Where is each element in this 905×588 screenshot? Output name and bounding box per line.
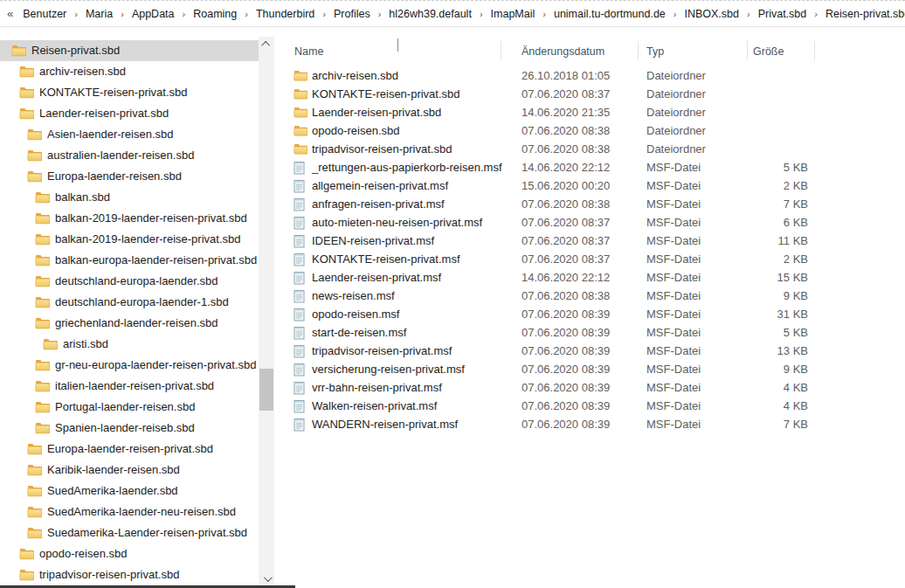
file-row[interactable]: allgemein-reisen-privat.msf15.06.2020 00…: [288, 176, 905, 195]
file-row[interactable]: start-de-reisen.msf07.06.2020 08:39MSF-D…: [288, 323, 905, 342]
file-row[interactable]: opodo-reisen.msf07.06.2020 08:39MSF-Date…: [288, 305, 905, 323]
tree-item[interactable]: tripadvisor-reisen-privat.sbd: [0, 564, 259, 585]
file-row[interactable]: Laender-reisen-privat.msf14.06.2020 22:1…: [288, 268, 905, 287]
breadcrumb-item[interactable]: Maria: [81, 5, 117, 23]
tree-item[interactable]: balkan.sbd: [0, 187, 259, 208]
file-row[interactable]: _rettungen-aus-papierkorb-reisen.msf14.0…: [288, 158, 905, 176]
tree-item[interactable]: balkan-2019-laender-reise-privat.sbd: [0, 229, 259, 250]
file-name: _rettungen-aus-papierkorb-reisen.msf: [312, 158, 502, 176]
file-row[interactable]: KONTAKTE-reisen-privat.sbd07.06.2020 08:…: [288, 85, 905, 103]
breadcrumb-item[interactable]: Benutzer: [18, 5, 71, 23]
tree-item-label: Europa-laender-reisen-privat.sbd: [47, 439, 213, 460]
file-row[interactable]: archiv-reisen.sbd26.10.2018 01:05Dateior…: [288, 66, 905, 85]
breadcrumb-separator-icon: ›: [743, 9, 754, 19]
column-header-size[interactable]: Größe: [753, 45, 784, 58]
tree-item[interactable]: Suedamerika-Laender-reisen-privat.sbd: [0, 522, 259, 543]
breadcrumb-item[interactable]: hl26wh39.default: [384, 5, 476, 23]
column-header-date[interactable]: Änderungsdatum: [522, 45, 604, 58]
sort-ascending-icon: [397, 39, 404, 46]
explorer-window: « Benutzer›Maria›AppData›Roaming›Thunder…: [0, 0, 905, 588]
tree-item[interactable]: archiv-reisen.sbd: [0, 61, 259, 82]
breadcrumb-item[interactable]: Thunderbird: [252, 5, 319, 23]
tree-item[interactable]: KONTAKTE-reisen-privat.sbd: [0, 82, 259, 103]
chevron-down-icon: [263, 573, 272, 582]
tree-item-label: italien-laender-reisen-privat.sbd: [55, 376, 214, 397]
file-row[interactable]: vrr-bahn-reisen-privat.msf07.06.2020 08:…: [288, 378, 905, 397]
breadcrumb-item[interactable]: AppData: [128, 5, 179, 23]
file-type: MSF-Datei: [646, 378, 701, 397]
file-row[interactable]: IDEEN-reisen-privat.msf07.06.2020 08:37M…: [288, 232, 905, 250]
column-divider[interactable]: [638, 41, 639, 60]
column-divider[interactable]: [501, 41, 501, 60]
tree-item[interactable]: griechenland-laender-reisen.sbd: [0, 313, 259, 334]
file-name: allgemein-reisen-privat.msf: [312, 176, 448, 195]
tree-item[interactable]: Reisen-privat.sbd: [0, 40, 259, 61]
file-name: tripadvisor-reisen-privat.sbd: [312, 140, 452, 158]
tree-scrollbar[interactable]: [259, 37, 274, 588]
breadcrumb-separator-icon: ›: [179, 9, 190, 19]
tree-item[interactable]: Laender-reisen-privat.sbd: [0, 103, 259, 124]
tree-item[interactable]: Portugal-laender-reisen.sbd: [0, 397, 259, 418]
file-row[interactable]: Laender-reisen-privat.sbd14.06.2020 21:3…: [288, 103, 905, 121]
file-name: auto-mieten-neu-reisen-privat.msf: [312, 213, 482, 232]
tree-item[interactable]: gr-neu-europa-laender-reisen-privat.sbd: [0, 355, 259, 376]
file-size: 4 KB: [736, 397, 808, 415]
tree-item[interactable]: Karibik-laender-reisen.sbd: [0, 460, 259, 481]
breadcrumb-item[interactable]: INBOX.sbd: [680, 5, 743, 23]
tree-item[interactable]: opodo-reisen.sbd: [0, 543, 259, 564]
file-date: 07.06.2020 08:37: [522, 232, 610, 250]
tree-item[interactable]: australien-laender-reisen.sbd: [0, 145, 259, 166]
msf-file-icon: [294, 418, 307, 431]
msf-file-icon: [294, 271, 307, 284]
breadcrumb-item[interactable]: ImapMail: [487, 5, 540, 23]
file-row[interactable]: Walken-reisen-privat.msf07.06.2020 08:39…: [288, 397, 905, 415]
tree-item[interactable]: SuedAmerika-laender.sbd: [0, 481, 259, 502]
column-header-name[interactable]: Name: [294, 45, 323, 58]
tree-item[interactable]: aristi.sbd: [0, 334, 259, 355]
column-divider[interactable]: [814, 41, 815, 60]
file-row[interactable]: news-reisen.msf07.06.2020 08:38MSF-Datei…: [288, 287, 905, 305]
file-row[interactable]: anfragen-reisen-privat.msf07.06.2020 08:…: [288, 195, 905, 213]
tree-item[interactable]: Europa-laender-reisen.sbd: [0, 166, 259, 187]
breadcrumb-item[interactable]: Profiles: [329, 5, 375, 23]
column-divider[interactable]: [747, 41, 748, 60]
tree-item[interactable]: balkan-europa-laender-reisen-privat.sbd: [0, 250, 259, 271]
file-row[interactable]: tripadvisor-reisen-privat.sbd07.06.2020 …: [288, 140, 905, 158]
tree-item[interactable]: balkan-2019-laender-reisen-privat.sbd: [0, 208, 259, 229]
scrollbar-thumb[interactable]: [259, 369, 273, 411]
breadcrumb-item[interactable]: Privat.sbd: [754, 5, 812, 23]
file-date: 07.06.2020 08:39: [522, 305, 610, 323]
msf-file-icon: [294, 308, 307, 321]
folder-icon: [19, 66, 34, 78]
breadcrumb-item[interactable]: Roaming: [189, 5, 241, 23]
tree-item[interactable]: SuedAmerika-laender-neu-reisen.sbd: [0, 502, 259, 522]
tree-item[interactable]: Asien-laender-reisen.sbd: [0, 124, 259, 145]
breadcrumb-item[interactable]: unimail.tu-dortmund.de: [549, 5, 670, 23]
file-row[interactable]: WANDERN-reisen-privat.msf07.06.2020 08:3…: [288, 415, 905, 433]
tree-item[interactable]: italien-laender-reisen-privat.sbd: [0, 376, 259, 397]
file-row[interactable]: versicherung-reisen-privat.msf07.06.2020…: [288, 360, 905, 378]
file-row[interactable]: opodo-reisen.sbd07.06.2020 08:38Dateiord…: [288, 121, 905, 140]
scroll-down-button[interactable]: [259, 571, 274, 586]
msf-file-icon: [294, 289, 307, 302]
breadcrumb-item[interactable]: Reisen-privat.sbd: [821, 5, 905, 23]
file-name: archiv-reisen.sbd: [312, 66, 398, 85]
chevron-up-icon: [261, 41, 270, 50]
tree-item[interactable]: deutschland-europa-laender-1.sbd: [0, 292, 259, 313]
tree-item[interactable]: Spanien-laender-reiseb.sbd: [0, 418, 259, 439]
folder-icon: [35, 212, 50, 225]
file-date: 15.06.2020 00:20: [522, 176, 610, 195]
file-row[interactable]: KONTAKTE-reisen-privat.msf07.06.2020 08:…: [288, 250, 905, 268]
tree-item-label: Karibik-laender-reisen.sbd: [47, 460, 180, 481]
breadcrumb-overflow-icon[interactable]: «: [7, 7, 13, 20]
folder-icon: [35, 296, 50, 308]
tree-item[interactable]: Europa-laender-reisen-privat.sbd: [0, 439, 259, 460]
tree-item-label: balkan-europa-laender-reisen-privat.sbd: [55, 250, 257, 271]
tree-item[interactable]: deutschland-europa-laender.sbd: [0, 271, 259, 292]
file-row[interactable]: auto-mieten-neu-reisen-privat.msf07.06.2…: [288, 213, 905, 232]
folder-icon: [11, 45, 26, 57]
folder-icon: [27, 128, 42, 141]
file-row[interactable]: tripadvisor-reisen-privat.msf07.06.2020 …: [288, 342, 905, 360]
column-header-type[interactable]: Typ: [646, 45, 664, 58]
scroll-up-button[interactable]: [259, 37, 274, 52]
